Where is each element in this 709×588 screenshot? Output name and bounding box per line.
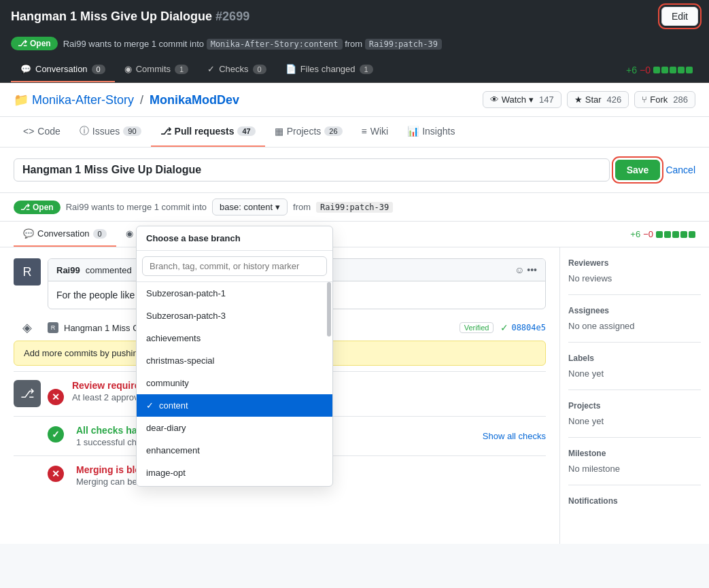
nav-projects[interactable]: ▦ Projects 26	[265, 117, 352, 147]
pr-sidebar: Reviewers No reviews Assignees No one as…	[559, 247, 709, 544]
comment-actions: ☺ •••	[515, 264, 537, 275]
commit-avatar: R	[48, 322, 58, 333]
nav-wiki[interactable]: ≡ Wiki	[352, 117, 398, 147]
pr-open-meta: ⎇ Open Rai99 wants to merge 1 commit int…	[0, 193, 709, 222]
diff-block-visual	[653, 67, 693, 73]
assignees-title: Assignees	[568, 306, 701, 315]
commenter-avatar: R	[14, 258, 41, 286]
pr-diff-blocks	[656, 231, 695, 238]
conversation-icon: 💬	[20, 64, 31, 74]
diff-block-1	[653, 67, 660, 73]
repo-actions: 👁 Watch ▾ 147 ★ Star 426 ⑂ Fork 286	[483, 91, 695, 108]
branch-item-subzerosan-1[interactable]: Subzerosan-patch-1	[137, 282, 332, 305]
branch-item-content[interactable]: ✓ content	[137, 394, 332, 417]
more-options-icon[interactable]: •••	[527, 264, 537, 275]
check-icon: ✓	[500, 322, 508, 333]
merge-icon: ⎇	[18, 39, 27, 48]
pr-number: #2699	[215, 10, 249, 23]
pr-title-input[interactable]	[14, 158, 610, 181]
diff-del-stat: −0	[640, 65, 651, 75]
pull-requests-icon: ⎇	[160, 126, 171, 137]
star-icon: ★	[574, 94, 583, 105]
pr-tab-conversation[interactable]: 💬 Conversation 0	[14, 222, 116, 247]
branch-item-jokes[interactable]: jokes-concept	[137, 484, 332, 486]
branch-item-dear-diary[interactable]: dear-diary	[137, 417, 332, 439]
check-merge-icon: ⎇	[14, 380, 41, 407]
projects-icon: ▦	[275, 126, 283, 137]
sidebar-milestone: Milestone No milestone	[568, 449, 701, 485]
edit-button[interactable]: Edit	[661, 7, 698, 26]
commits-icon: ◉	[124, 64, 132, 74]
pr-meta-description: Rai99 wants to merge 1 commit into Monik…	[63, 39, 442, 49]
branch-item-christmas[interactable]: christmas-special	[137, 349, 332, 372]
org-link[interactable]: Monika-After-Story	[32, 93, 134, 107]
projects-title: Projects	[568, 401, 701, 411]
top-tabs-row: 💬 Conversation 0 ◉ Commits 1 ✓ Checks 0 …	[0, 57, 709, 83]
repo-name: 📁 Monika-After-Story / MonikaModDev	[14, 92, 239, 107]
sidebar-projects: Projects None yet	[568, 401, 701, 438]
tab-commits[interactable]: ◉ Commits 1	[115, 57, 198, 82]
diff-add-stat: +6	[626, 65, 637, 75]
branch-item-achievements[interactable]: achievements	[137, 327, 332, 349]
milestone-title: Milestone	[568, 449, 701, 458]
branch-item-image-opt[interactable]: image-opt	[137, 462, 332, 484]
pr-diff-add: +6	[630, 229, 640, 239]
pr-tabs: 💬 Conversation 0 ◉ Commits 1 +6 −0	[0, 222, 709, 247]
commit-hash-area: ✓ 08804e5	[500, 322, 546, 333]
branch-item-enhancement[interactable]: enhancement	[137, 439, 332, 462]
cancel-link[interactable]: Cancel	[665, 165, 695, 175]
sidebar-notifications: Notifications	[568, 496, 701, 522]
open-status-badge-2: ⎇ Open	[14, 201, 60, 214]
comment-author: Rai99	[56, 265, 80, 275]
tab-checks[interactable]: ✓ Checks 0	[198, 57, 275, 82]
pr-diff-stat: +6 −0	[630, 222, 695, 247]
notifications-title: Notifications	[568, 496, 701, 506]
repo-nav: <> Code ⓘ Issues 90 ⎇ Pull requests 47 ▦…	[0, 117, 709, 148]
assignees-value: No one assigned	[568, 321, 701, 331]
fork-icon: ⑂	[642, 94, 647, 105]
nav-insights[interactable]: 📊 Insights	[398, 117, 464, 147]
fork-button[interactable]: ⑂ Fork 286	[634, 91, 695, 108]
pr-edit-area: Save Cancel	[0, 148, 709, 193]
diff-block-2	[661, 67, 668, 73]
dropdown-header: Choose a base branch	[137, 226, 332, 251]
insights-icon: 📊	[407, 126, 419, 137]
pr-diff-block-4	[680, 231, 687, 238]
commits-tab-icon: ◉	[126, 228, 133, 239]
git-merge-icon: ⎇	[20, 386, 35, 401]
dropdown-search-area	[137, 251, 332, 282]
tab-files-changed[interactable]: 📄 Files changed 1	[276, 57, 383, 82]
status-text: Open	[30, 39, 51, 48]
branch-item-community[interactable]: community	[137, 372, 332, 394]
watch-button[interactable]: 👁 Watch ▾ 147	[483, 91, 561, 108]
chevron-icon: ▾	[275, 202, 280, 212]
nav-code[interactable]: <> Code	[14, 117, 70, 147]
top-bar: Hangman 1 Miss Give Up Dialogue #2699 Ed…	[0, 0, 709, 33]
sidebar-labels: Labels None yet	[568, 353, 701, 390]
show-all-checks-link[interactable]: Show all checks	[483, 431, 546, 441]
save-button[interactable]: Save	[615, 160, 661, 180]
commit-hash[interactable]: 08804e5	[511, 323, 546, 332]
checkmark-icon: ✓	[146, 400, 154, 411]
star-button[interactable]: ★ Star 426	[567, 91, 629, 108]
labels-title: Labels	[568, 353, 701, 363]
repo-link[interactable]: MonikaModDev	[150, 93, 239, 107]
tab-conversation[interactable]: 💬 Conversation 0	[11, 57, 115, 82]
pr-title-header: Hangman 1 Miss Give Up Dialogue	[11, 10, 212, 23]
pr-diff-block-3	[672, 231, 679, 238]
milestone-value: No milestone	[568, 464, 701, 474]
base-branch-button[interactable]: base: content ▾	[212, 198, 288, 215]
merge-icon-2: ⎇	[20, 203, 30, 212]
emoji-add-icon[interactable]: ☺	[515, 264, 524, 275]
branch-search-input[interactable]	[142, 256, 327, 276]
repo-header: 📁 Monika-After-Story / MonikaModDev 👁 Wa…	[0, 83, 709, 117]
diff-block-4	[678, 67, 685, 73]
projects-value: None yet	[568, 416, 701, 426]
nav-issues[interactable]: ⓘ Issues 90	[70, 117, 151, 147]
nav-pull-requests[interactable]: ⎇ Pull requests 47	[151, 117, 265, 147]
scrollbar[interactable]	[327, 282, 331, 336]
reviewers-title: Reviewers	[568, 258, 701, 268]
top-bar-title: Hangman 1 Miss Give Up Dialogue #2699	[11, 10, 661, 24]
branch-item-subzerosan-3[interactable]: Subzerosan-patch-3	[137, 305, 332, 327]
source-branch: Rai99:patch-39	[365, 39, 442, 50]
